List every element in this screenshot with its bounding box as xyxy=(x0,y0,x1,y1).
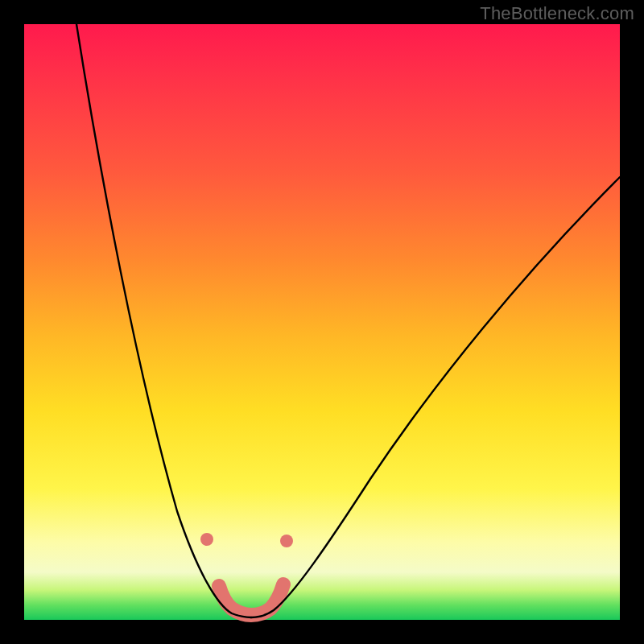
watermark-text: TheBottleneck.com xyxy=(480,3,634,24)
highlight-dot-right xyxy=(280,535,293,547)
curve-left xyxy=(76,24,251,617)
highlight-dot-left xyxy=(200,533,213,546)
bottleneck-curve xyxy=(24,24,620,620)
plot-area xyxy=(24,24,620,620)
curve-right xyxy=(251,177,620,617)
chart-frame: TheBottleneck.com xyxy=(0,0,644,644)
